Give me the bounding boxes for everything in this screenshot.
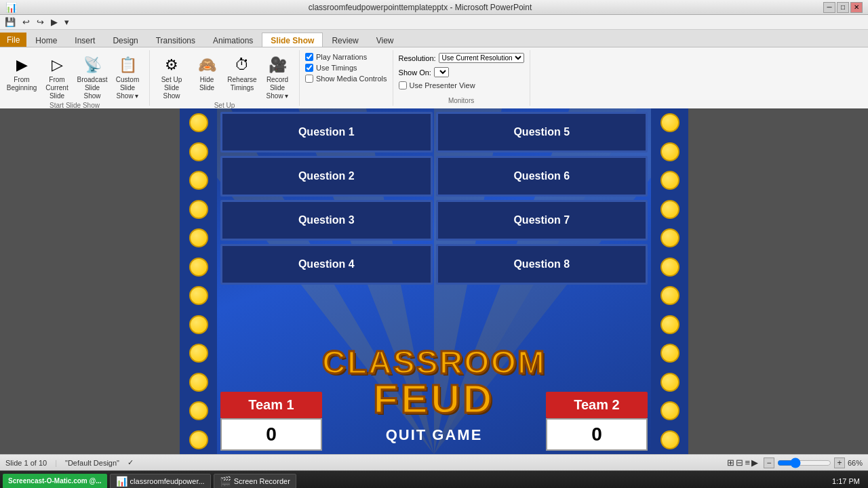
tab-design[interactable]: Design <box>104 33 146 47</box>
powerpoint-taskbar-item[interactable]: 📊 classroomfeudpower... <box>110 474 211 489</box>
question-8-button[interactable]: Question 8 <box>436 244 648 285</box>
rehearse-button[interactable]: ⏱ RehearseTimings <box>226 53 258 94</box>
broadcast-icon: 📡 <box>81 54 103 76</box>
screen-recorder-taskbar-item[interactable]: 🎬 Screen Recorder <box>214 474 296 489</box>
quit-game-button[interactable]: QUIT GAME <box>366 420 503 451</box>
dot <box>189 315 208 334</box>
record-icon: 🎥 <box>267 54 288 76</box>
view-buttons[interactable]: ⊞ ⊟ ≡ ▶ <box>727 458 758 468</box>
record-slideshow-button[interactable]: 🎥 Record SlideShow ▾ <box>261 53 294 102</box>
rehearse-icon: ⏱ <box>231 54 253 76</box>
question-5-button[interactable]: Question 5 <box>436 112 648 152</box>
question-1-button[interactable]: Question 1 <box>220 112 433 152</box>
taskbar-time: 1:17 PM <box>832 477 865 485</box>
broadcast-button[interactable]: 📡 BroadcastSlide Show <box>76 53 108 102</box>
custom-slideshow-button[interactable]: 📋 CustomSlide Show ▾ <box>111 53 144 102</box>
from-beginning-icon: ▶ <box>11 54 33 76</box>
from-beginning-label: FromBeginning <box>7 76 37 92</box>
custom-slideshow-icon: 📋 <box>117 54 138 76</box>
dot <box>660 430 679 449</box>
team2-button[interactable]: Team 2 <box>546 392 648 418</box>
question-3-button[interactable]: Question 3 <box>220 200 433 241</box>
maximize-button[interactable]: □ <box>837 2 849 13</box>
tab-transitions[interactable]: Transitions <box>147 33 204 47</box>
slideshow-view-icon[interactable]: ▶ <box>751 458 758 468</box>
slide-count: Slide 1 of 10 <box>5 459 47 467</box>
question-6-button[interactable]: Question 6 <box>436 156 648 197</box>
zoom-in-button[interactable]: + <box>834 458 845 468</box>
dot <box>660 401 679 420</box>
dot <box>189 373 208 392</box>
slide: Question 1 Question 5 Question 2 Questio… <box>180 108 688 454</box>
powerpoint-icon: 📊 <box>116 476 127 487</box>
dot <box>660 315 679 334</box>
dot <box>189 430 208 449</box>
redo-button[interactable]: ↪ <box>35 16 46 28</box>
ribbon-group-options: Play Narrations Use Timings Show Media C… <box>300 50 393 106</box>
hide-slide-button[interactable]: 🙈 HideSlide <box>191 53 223 94</box>
setup-slideshow-button[interactable]: ⚙ Set UpSlide Show <box>155 53 188 102</box>
show-on-select[interactable] <box>434 67 449 77</box>
dot <box>660 200 679 219</box>
presenter-view-check[interactable]: Use Presenter View <box>399 81 475 89</box>
resolution-label: Resolution: <box>399 54 436 62</box>
team2-score: 0 <box>546 418 648 451</box>
use-timings-check[interactable]: Use Timings <box>305 64 357 72</box>
question-7-button[interactable]: Question 7 <box>436 200 648 241</box>
show-media-check[interactable]: Show Media Controls <box>305 75 387 83</box>
center-area: CLASSROOM FEUD QUIT GAME <box>322 343 546 451</box>
status-bar: Slide 1 of 10 | "Default Design" ✓ ⊞ ⊟ ≡… <box>0 454 868 470</box>
question-4-button[interactable]: Question 4 <box>220 244 433 285</box>
dot <box>189 200 208 219</box>
broadcast-label: BroadcastSlide Show <box>77 76 107 100</box>
dots-right <box>651 108 688 454</box>
window-controls[interactable]: ─ □ ✕ <box>823 2 863 13</box>
tab-slideshow[interactable]: Slide Show <box>262 33 323 47</box>
team1-button[interactable]: Team 1 <box>220 392 322 418</box>
screencast-brand[interactable]: Screencast-O-Matic.com @... <box>3 474 107 489</box>
status-right: ⊞ ⊟ ≡ ▶ − + 66% <box>727 458 863 468</box>
save-button[interactable]: 💾 <box>3 16 18 28</box>
tab-view[interactable]: View <box>368 33 403 47</box>
ribbon-content: ▶ FromBeginning ▷ FromCurrent Slide 📡 Br… <box>0 47 868 108</box>
tab-file[interactable]: File <box>0 33 26 47</box>
slide-sorter-icon[interactable]: ⊟ <box>736 458 743 468</box>
show-on-label: Show On: <box>399 68 431 77</box>
powerpoint-taskbar-label: classroomfeudpower... <box>130 477 205 485</box>
theme-name: "Default Design" <box>65 459 119 467</box>
zoom-slider[interactable] <box>777 458 831 468</box>
undo-button[interactable]: ↩ <box>20 16 32 28</box>
play-button[interactable]: ▶ <box>49 16 60 28</box>
rehearse-label: RehearseTimings <box>227 76 256 92</box>
from-current-slide-button[interactable]: ▷ FromCurrent Slide <box>41 53 73 102</box>
hide-slide-label: HideSlide <box>199 76 214 92</box>
play-narrations-check[interactable]: Play Narrations <box>305 53 367 61</box>
tab-home[interactable]: Home <box>26 33 66 47</box>
close-button[interactable]: ✕ <box>850 2 863 13</box>
resolution-select[interactable]: Use Current Resolution <box>439 53 524 63</box>
ribbon-tabs: File Home Insert Design Transitions Anim… <box>0 30 868 47</box>
question-grid: Question 1 Question 5 Question 2 Questio… <box>217 108 651 288</box>
game-area: Team 1 0 CLASSROOM FEUD QUIT GAME Team 2 <box>217 285 651 454</box>
reading-view-icon[interactable]: ≡ <box>745 458 750 468</box>
question-2-button[interactable]: Question 2 <box>220 156 433 197</box>
dot <box>660 142 679 161</box>
window-title: classroomfeudpowerpointtemplatepptx - Mi… <box>17 3 823 12</box>
from-current-label: FromCurrent Slide <box>42 76 72 100</box>
hide-slide-icon: 🙈 <box>196 54 218 76</box>
minimize-button[interactable]: ─ <box>823 2 835 13</box>
from-beginning-button[interactable]: ▶ FromBeginning <box>5 53 38 94</box>
dots-left <box>180 108 217 454</box>
tab-insert[interactable]: Insert <box>66 33 104 47</box>
zoom-out-button[interactable]: − <box>764 458 774 468</box>
team1-section: Team 1 0 <box>220 392 322 451</box>
tab-review[interactable]: Review <box>323 33 367 47</box>
dot <box>189 142 208 161</box>
normal-view-icon[interactable]: ⊞ <box>727 458 734 468</box>
teams-and-title: Team 1 0 CLASSROOM FEUD QUIT GAME Team 2 <box>217 285 651 454</box>
dot <box>189 344 208 363</box>
customize-button[interactable]: ▾ <box>62 16 71 28</box>
title-bar: 📊 classroomfeudpowerpointtemplatepptx - … <box>0 0 868 15</box>
team2-section: Team 2 0 <box>546 392 648 451</box>
tab-animations[interactable]: Animations <box>204 33 262 47</box>
